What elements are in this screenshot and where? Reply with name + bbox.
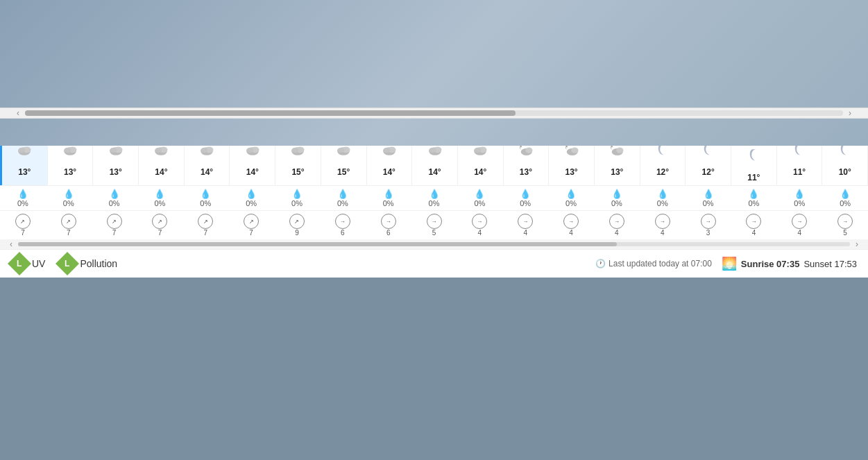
hour-temp: 14° <box>155 167 167 180</box>
rain-icon: 💧 <box>246 189 257 199</box>
wind-speed: 3 <box>706 229 710 237</box>
scroll-right-arrow[interactable]: › <box>846 108 854 118</box>
rain-icon: 💧 <box>63 189 74 199</box>
horizontal-scrollbar-bottom[interactable]: ‹ › <box>0 239 868 249</box>
svg-point-79 <box>201 148 207 153</box>
rain-cell-1: 💧 0% <box>46 186 92 210</box>
wind-cell-7: → 6 <box>320 211 366 239</box>
wind-dir-icon: → <box>614 219 620 225</box>
wind-circle: ↗ <box>289 214 305 229</box>
rain-icon: 💧 <box>109 189 120 199</box>
rain-cell-13: 💧 0% <box>594 186 640 210</box>
pollution-badge-item: L Pollution <box>59 255 117 272</box>
wind-cell-13: → 4 <box>594 211 640 239</box>
rain-icon: 💧 <box>200 189 211 199</box>
rain-pct: 0% <box>291 199 303 207</box>
rain-icon: 💧 <box>154 189 165 199</box>
wind-circle: → <box>792 214 807 229</box>
wind-circle: ↗ <box>107 214 122 229</box>
rain-pct: 0% <box>17 199 28 207</box>
clock-icon: 🕐 <box>595 259 606 269</box>
rain-pct: 0% <box>840 199 851 207</box>
scroll-left-arrow[interactable]: ‹ <box>14 108 22 118</box>
svg-point-88 <box>337 148 344 153</box>
wind-dir-icon: ↗ <box>203 219 208 225</box>
rain-icon: 💧 <box>291 189 303 199</box>
scroll-left-arrow-2[interactable]: ‹ <box>7 239 15 249</box>
hour-temp: 13° <box>64 167 76 180</box>
wind-dir-icon: → <box>340 219 346 225</box>
wind-dir-icon: → <box>660 219 665 225</box>
pollution-diamond: L <box>56 252 79 275</box>
uv-label: UV <box>32 258 45 269</box>
wind-row: ↗ 7 ↗ 7 ↗ 7 ↗ 7 ↗ 7 ↗ 7 ↗ 9 → <box>0 210 868 239</box>
svg-point-97 <box>474 148 481 153</box>
scroll-thumb-bottom[interactable] <box>18 242 617 246</box>
wind-speed: 9 <box>295 229 299 237</box>
rain-icon: 💧 <box>748 189 759 199</box>
wind-speed: 4 <box>569 229 573 237</box>
scroll-right-arrow-2[interactable]: › <box>853 239 861 249</box>
rain-icon: 💧 <box>337 189 348 199</box>
wind-cell-14: → 4 <box>640 211 686 239</box>
hour-temp: 10° <box>839 167 851 180</box>
rain-pct: 0% <box>703 199 714 207</box>
wind-cell-17: → 4 <box>776 211 822 239</box>
wind-circle: → <box>472 214 487 229</box>
rain-cell-5: 💧 0% <box>228 186 274 210</box>
wind-circle: → <box>701 214 716 229</box>
wind-circle: ↗ <box>244 214 259 229</box>
hour-temp: 13° <box>520 167 532 180</box>
wind-cell-15: → 3 <box>686 211 731 239</box>
svg-point-103 <box>617 148 624 153</box>
wind-speed: 7 <box>158 229 162 237</box>
hour-temp: 14° <box>201 167 213 180</box>
wind-speed: 4 <box>661 229 665 237</box>
sunset-text: Sunset 17:53 <box>803 259 857 269</box>
hour-temp: 12° <box>656 167 669 180</box>
hour-temp: 15° <box>291 167 304 180</box>
rain-pct: 0% <box>748 199 759 207</box>
svg-point-94 <box>429 148 436 153</box>
main-container: Catford Today 15° 7° Light cloud and a g… <box>0 0 868 278</box>
uv-diamond: L <box>8 252 31 275</box>
scroll-track-bottom[interactable] <box>18 242 850 246</box>
rain-pct: 0% <box>155 199 166 207</box>
wind-cell-6: ↗ 9 <box>274 211 320 239</box>
wind-cell-8: → 6 <box>366 211 411 239</box>
pollution-badge-letter: L <box>65 259 70 269</box>
wind-cell-9: → 5 <box>411 211 457 239</box>
wind-dir-icon: ↗ <box>249 219 254 225</box>
scroll-thumb-top[interactable] <box>25 110 516 116</box>
sunrise-icon: 🌅 <box>722 256 737 271</box>
rain-cell-17: 💧 0% <box>776 186 822 210</box>
rain-cell-6: 💧 0% <box>274 186 320 210</box>
wind-speed: 4 <box>797 229 801 237</box>
rain-pct: 0% <box>611 199 622 207</box>
wind-cell-16: → 4 <box>731 211 777 239</box>
wind-speed: 4 <box>523 229 527 237</box>
wind-circle: → <box>427 214 442 229</box>
wind-circle: → <box>381 214 396 229</box>
wind-speed: 7 <box>204 229 208 237</box>
svg-point-67 <box>19 148 26 153</box>
hour-temp: 14° <box>474 167 486 180</box>
rain-cell-10: 💧 0% <box>457 186 502 210</box>
hour-temp: 14° <box>428 167 441 180</box>
wind-cell-1: ↗ 7 <box>46 211 92 239</box>
wind-circle: → <box>609 214 624 229</box>
svg-point-76 <box>155 148 162 153</box>
scroll-track-top[interactable] <box>25 110 843 116</box>
wind-dir-icon: ↗ <box>20 219 25 225</box>
rain-cell-2: 💧 0% <box>92 186 137 210</box>
wind-speed: 7 <box>67 229 71 237</box>
wind-cell-4: ↗ 7 <box>182 211 228 239</box>
wind-cell-18: → 5 <box>822 211 868 239</box>
horizontal-scrollbar-top[interactable]: ‹ › <box>0 108 868 119</box>
wind-speed: 5 <box>432 229 436 237</box>
rain-pct: 0% <box>337 199 348 207</box>
rain-cell-9: 💧 0% <box>411 186 457 210</box>
rain-cell-16: 💧 0% <box>731 186 777 210</box>
svg-point-101 <box>571 148 578 153</box>
rain-pct: 0% <box>383 199 394 207</box>
